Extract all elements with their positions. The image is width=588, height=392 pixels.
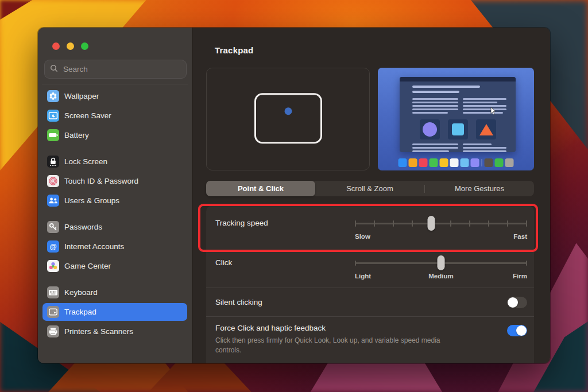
preview-app-window: [400, 77, 516, 152]
search-field[interactable]: [44, 60, 187, 79]
preview-text-line: [463, 147, 506, 149]
triangle-shape: [479, 124, 493, 135]
tracking-speed-ticks: [355, 216, 527, 231]
sidebar-item-label: Battery: [64, 131, 89, 139]
force-click-text: Force Click and haptic feedback Click th…: [215, 324, 454, 355]
sidebar-item-passwords[interactable]: Passwords: [42, 218, 187, 236]
force-click-label: Force Click and haptic feedback: [215, 324, 454, 332]
dock-app-icon: [485, 158, 493, 167]
internet-accounts-icon: @: [47, 240, 59, 253]
sidebar-item-trackpad[interactable]: Trackpad: [42, 303, 187, 321]
point-click-settings: Tracking speed Slow Fast: [206, 205, 534, 363]
slider-tick: [526, 220, 527, 227]
system-settings-window: WallpaperScreen SaverBatteryLock ScreenT…: [38, 28, 550, 363]
search-input[interactable]: [62, 64, 181, 74]
sidebar-divider: [42, 84, 188, 84]
sidebar-item-wallpaper[interactable]: Wallpaper: [42, 87, 187, 105]
preview-text-line: [412, 108, 458, 110]
force-click-description: Click then press firmly for Quick Look, …: [215, 336, 454, 355]
tracking-speed-slider[interactable]: Slow Fast: [355, 216, 527, 240]
touch-id-icon: [47, 175, 59, 187]
search-icon: [50, 64, 58, 75]
close-button[interactable]: [52, 42, 60, 50]
zoom-button[interactable]: [81, 42, 88, 50]
slider-tick: [450, 220, 451, 227]
preview-text-line: [463, 143, 492, 145]
sidebar-item-users-groups[interactable]: Users & Groups: [42, 192, 187, 209]
preview-text-line: [412, 98, 458, 100]
sidebar-item-battery[interactable]: Battery: [42, 126, 187, 144]
keyboard-icon: [47, 286, 59, 298]
force-click-toggle[interactable]: [507, 325, 527, 336]
sidebar-item-lock-screen[interactable]: Lock Screen: [42, 153, 187, 170]
sidebar-group: Lock ScreenTouch ID & PasswordUsers & Gr…: [42, 153, 187, 209]
sidebar-group: KeyboardTrackpadPrinters & Scanners: [42, 284, 187, 340]
slider-tick: [412, 220, 413, 227]
sidebar-item-printers-scanners[interactable]: Printers & Scanners: [42, 323, 187, 340]
preview-text-line: [412, 102, 458, 103]
preview-text-line: [412, 91, 459, 93]
tracking-speed-handle[interactable]: [428, 216, 435, 231]
sidebar-item-internet-accounts[interactable]: @Internet Accounts: [42, 238, 187, 255]
sidebar-item-label: Users & Groups: [64, 196, 119, 205]
dock-app-icon: [505, 158, 514, 167]
sidebar-item-label: Lock Screen: [64, 157, 107, 166]
slider-max-label: Fast: [513, 233, 527, 240]
dock-app-icon: [440, 158, 448, 167]
sidebar-item-label: Screen Saver: [64, 111, 111, 120]
slider-tick: [526, 261, 527, 266]
gesture-preview-video[interactable]: [378, 68, 534, 170]
preview-text-line: [463, 102, 497, 103]
circle-shape: [423, 122, 437, 137]
slider-min-label: Slow: [355, 233, 370, 240]
click-option-firm: Firm: [513, 273, 527, 280]
sidebar-item-label: Trackpad: [64, 308, 96, 316]
dock-app-icon: [430, 158, 438, 167]
dock-app-icon: [495, 158, 504, 167]
dock-app-icon: [461, 158, 469, 167]
dock-app-icon: [471, 158, 479, 167]
preview-text-line: [412, 105, 458, 107]
sidebar-item-keyboard[interactable]: Keyboard: [42, 284, 187, 301]
sidebar-item-screen-saver[interactable]: Screen Saver: [42, 107, 187, 125]
preview-text-line: [463, 98, 506, 100]
preview-tile: [476, 119, 496, 139]
slider-tick: [507, 220, 508, 227]
preview-text-line: [412, 86, 480, 88]
click-handle[interactable]: [438, 255, 445, 270]
wallpaper-icon: [47, 90, 59, 102]
sidebar-item-label: Internet Accounts: [64, 242, 124, 251]
silent-clicking-row: Silent clicking: [206, 288, 534, 316]
main-content: Point & ClickScroll & ZoomMore Gestures …: [192, 59, 550, 363]
slider-tick: [393, 220, 394, 227]
sidebar-item-label: Passwords: [64, 223, 102, 231]
tracking-speed-label: Tracking speed: [215, 216, 268, 231]
silent-clicking-toggle[interactable]: [507, 297, 527, 308]
sidebar-item-touch-id-password[interactable]: Touch ID & Password: [42, 172, 187, 190]
sidebar-item-label: Game Center: [64, 262, 111, 270]
sidebar-item-label: Touch ID & Password: [64, 177, 138, 185]
tab-point-click[interactable]: Point & Click: [206, 181, 315, 196]
screen-saver-icon: [47, 110, 59, 122]
preview-text-line: [463, 112, 503, 114]
sidebar-item-label: Wallpaper: [64, 92, 99, 100]
click-option-medium: Medium: [428, 273, 453, 280]
tab-scroll-zoom[interactable]: Scroll & Zoom: [315, 181, 424, 196]
toggle-knob: [508, 297, 518, 308]
page-title: Trackpad: [215, 45, 253, 55]
trackpad-illustration: [206, 68, 370, 170]
tab-more-gestures[interactable]: More Gestures: [425, 181, 534, 196]
trackpad-outline: [254, 93, 322, 143]
click-slider[interactable]: Light Medium Firm: [355, 255, 527, 280]
preview-dock: [399, 158, 514, 167]
click-label: Click: [215, 255, 232, 270]
sidebar-item-game-center[interactable]: Game Center: [42, 257, 187, 275]
preview-text-line: [412, 112, 448, 114]
slider-scale-labels: Slow Fast: [355, 233, 527, 240]
tab-bar: Point & ClickScroll & ZoomMore Gestures: [206, 181, 534, 196]
cursor-icon: [490, 107, 497, 117]
toggle-knob: [516, 325, 527, 336]
minimize-button[interactable]: [67, 42, 74, 50]
preview-text-line: [412, 147, 458, 149]
trackpad-touch-dot: [284, 108, 292, 115]
